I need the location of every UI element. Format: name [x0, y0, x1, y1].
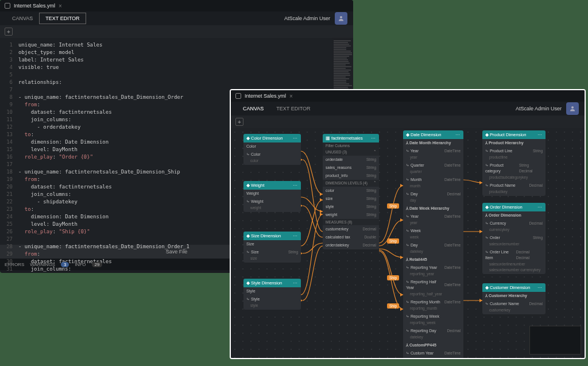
node-color-dimension[interactable]: ◆ Color Dimension⋯Color⤷ Colorcolor — [243, 134, 301, 165]
node-product-dimension[interactable]: ◆ Product Dimension⋯⅄ Product Hierarchy⤷… — [482, 130, 546, 196]
line-gutter: 1234567891011121314151617181920212223242… — [0, 38, 16, 245]
mode-tabs: CANVAS TEXT EDITOR — [6, 13, 86, 24]
canvas-window: Internet Sales.yml × CANVAS TEXT EDITOR … — [230, 89, 586, 359]
ship-chip[interactable]: Ship — [387, 275, 399, 280]
file-icon — [235, 93, 241, 99]
tab-text-editor[interactable]: TEXT EDITOR — [39, 13, 86, 24]
toolbar: + — [0, 25, 353, 38]
more-icon[interactable]: ⋯ — [293, 183, 298, 188]
user-area: AtScale Admin User — [516, 102, 579, 115]
ship-chip[interactable]: Ship — [387, 203, 399, 209]
node-fact[interactable]: ▦ factinternetsales⋯Filter ColumnsUNUSED… — [323, 134, 379, 249]
status-warnings[interactable]: WARNINGS — [30, 262, 55, 267]
avatar[interactable] — [335, 12, 347, 25]
node-customer-dimension[interactable]: ◆ Customer Dimension⋯⅄ Customer Hierarch… — [482, 283, 546, 314]
more-icon[interactable]: ⋯ — [293, 136, 298, 141]
top-bar: CANVAS TEXT EDITOR AtScale Admin User — [231, 102, 585, 115]
canvas-area[interactable]: ◆ Color Dimension⋯Color⤷ Colorcolor◆ Wei… — [231, 128, 585, 358]
status-bar: ERRORS WARNINGS 3 INFO 29 — [231, 358, 585, 359]
filter-columns[interactable]: Filter Columns — [323, 142, 379, 149]
more-icon[interactable]: ⋯ — [293, 280, 298, 286]
mode-tabs: CANVAS TEXT EDITOR — [237, 103, 317, 114]
user-name: AtScale Admin User — [516, 106, 562, 111]
tab-canvas[interactable]: CANVAS — [6, 13, 39, 24]
node-order-dimension[interactable]: ◆ Order Dimension⋯⅄ Order Dimension⤷ Cur… — [482, 203, 546, 274]
status-errors[interactable]: ERRORS — [5, 262, 24, 267]
top-bar: CANVAS TEXT EDITOR AtScale Admin User — [0, 11, 353, 25]
user-icon — [338, 15, 345, 22]
node-date-dimension[interactable]: ◆ Date Dimension⋯⅄ Date Month Hierarchy⤷… — [403, 130, 463, 358]
unused-section[interactable]: UNUSED (3)˄ — [323, 149, 379, 156]
close-icon[interactable]: × — [59, 3, 62, 9]
minimap-panel[interactable] — [529, 326, 581, 355]
node-weight[interactable]: ◆ Weight⋯Weight⤷ Weightweight — [243, 181, 301, 212]
node-size-dimension[interactable]: ◆ Size Dimension⋯Size⤷ SizeStringsize — [243, 232, 301, 263]
tab-bar: Internet Sales.yml × — [231, 90, 585, 102]
user-icon — [569, 105, 576, 112]
avatar[interactable] — [566, 102, 579, 115]
add-button[interactable]: + — [235, 118, 243, 126]
svg-point-0 — [340, 16, 342, 18]
close-icon[interactable]: × — [289, 93, 293, 99]
ship-chip[interactable]: Ship — [387, 238, 399, 244]
user-area: AtScale Admin User — [284, 12, 347, 25]
node-style-dimension[interactable]: ◆ Style Dimension⋯Style⤷ Stylestyle — [243, 279, 301, 310]
status-info[interactable]: INFO — [75, 262, 86, 267]
tab-canvas[interactable]: CANVAS — [237, 103, 270, 114]
toolbar: + — [231, 115, 585, 128]
add-button[interactable]: + — [5, 28, 13, 36]
file-tab-name[interactable]: Internet Sales.yml — [245, 93, 286, 99]
levels-section[interactable]: DIMENSION LEVELS (4)˄ — [323, 180, 379, 187]
tab-text-editor[interactable]: TEXT EDITOR — [270, 103, 316, 114]
ship-chip[interactable]: Ship — [387, 303, 399, 309]
user-name: AtScale Admin User — [284, 16, 330, 21]
info-count: 29 — [92, 262, 103, 267]
file-icon — [5, 3, 10, 9]
measures-section[interactable]: MEASURES (8) — [323, 219, 379, 225]
warnings-count: 3 — [61, 262, 69, 267]
svg-point-1 — [571, 106, 574, 109]
file-tab-name[interactable]: Internet Sales.yml — [14, 3, 55, 9]
tab-bar: Internet Sales.yml × — [0, 0, 353, 11]
more-icon[interactable]: ⋯ — [371, 136, 376, 141]
more-icon[interactable]: ⋯ — [293, 233, 298, 238]
